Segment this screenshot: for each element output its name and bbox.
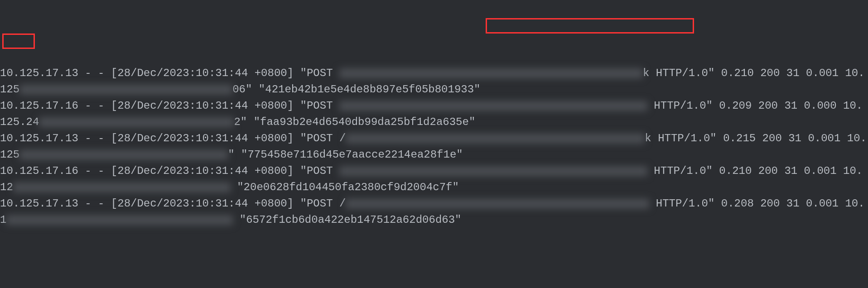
log-line: 10.125.17.16 - - [28/Dec/2023:10:31:44 +… bbox=[0, 98, 868, 130]
log-protocol: HTTP/1.0" bbox=[649, 67, 714, 79]
log-line: 10.125.17.13 - - [28/Dec/2023:10:31:44 +… bbox=[0, 65, 868, 98]
log-timestamp: [28/Dec/2023:10:31:44 +0800] bbox=[111, 165, 294, 177]
log-hash: "421eb42b1e5e4de8b897e5f05b801933" bbox=[259, 83, 481, 96]
highlight-annotation-1 bbox=[486, 18, 694, 34]
log-method: "POST bbox=[300, 165, 339, 177]
log-timestamp: [28/Dec/2023:10:31:44 +0800] bbox=[111, 132, 294, 144]
log-protocol: HTTP/1.0" bbox=[647, 100, 713, 112]
log-ip: 10.125.17.13 bbox=[0, 132, 78, 144]
log-line: 10.125.17.13 - - [28/Dec/2023:10:31:44 +… bbox=[0, 196, 868, 228]
log-protocol: HTTP/1.0" bbox=[651, 132, 717, 144]
redacted-field: x bbox=[39, 117, 234, 127]
redacted-field: x bbox=[6, 215, 233, 225]
log-method: "POST bbox=[300, 100, 339, 112]
log-method: "POST bbox=[300, 67, 339, 79]
log-hash: "775458e7116d45e7aacce2214ea28f1e" bbox=[241, 149, 463, 161]
log-ip: 10.125.17.16 bbox=[0, 100, 78, 112]
log-timestamp: [28/Dec/2023:10:31:44 +0800] bbox=[111, 197, 294, 210]
redacted-field: x bbox=[13, 182, 231, 192]
redacted-url: x bbox=[339, 166, 647, 176]
log-output: 10.125.17.13 - - [28/Dec/2023:10:31:44 +… bbox=[0, 0, 868, 245]
log-line: 10.125.17.13 - - [28/Dec/2023:10:31:44 +… bbox=[0, 130, 868, 163]
log-ip: 10.125.17.13 bbox=[0, 67, 78, 79]
redacted-url: x bbox=[346, 134, 645, 144]
log-ip: 10.125.17.16 bbox=[0, 165, 78, 177]
redacted-url: x bbox=[339, 101, 647, 111]
highlight-annotation-2 bbox=[2, 34, 35, 49]
log-timestamp: [28/Dec/2023:10:31:44 +0800] bbox=[111, 100, 294, 112]
log-method: "POST / bbox=[300, 197, 346, 210]
redacted-field: x bbox=[19, 85, 232, 95]
log-protocol: HTTP/1.0" bbox=[647, 165, 713, 177]
redacted-url: x bbox=[346, 199, 649, 209]
log-hash: "6572f1cb6d0a422eb147512a62d06d63" bbox=[240, 214, 462, 226]
log-ip: 10.125.17.13 bbox=[0, 197, 78, 210]
redacted-field: x bbox=[19, 150, 228, 160]
log-hash: "faa93b2e4d6540db99da25bf1d2a635e" bbox=[254, 116, 476, 128]
log-timestamp: [28/Dec/2023:10:31:44 +0800] bbox=[111, 67, 294, 79]
redacted-url: x bbox=[339, 68, 643, 78]
log-line: 10.125.17.16 - - [28/Dec/2023:10:31:44 +… bbox=[0, 163, 868, 196]
log-method: "POST / bbox=[300, 132, 346, 144]
log-hash: "20e0628fd104450fa2380cf9d2004c7f" bbox=[237, 181, 459, 193]
log-protocol: HTTP/1.0" bbox=[649, 197, 714, 210]
